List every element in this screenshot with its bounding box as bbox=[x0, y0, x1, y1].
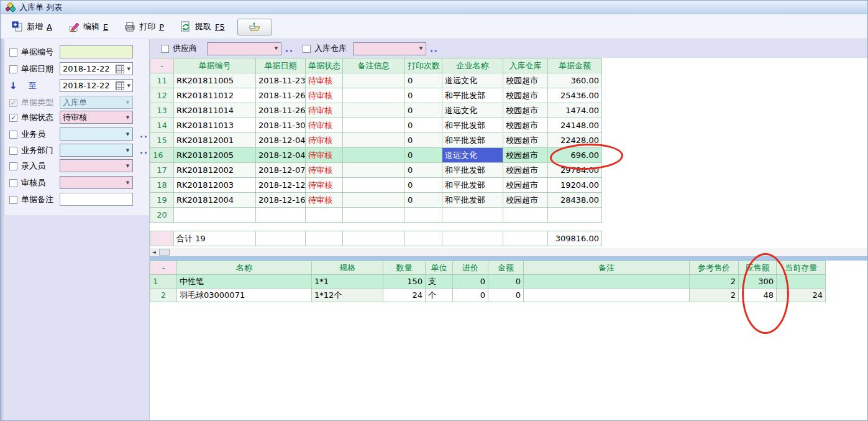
supplier-combo[interactable]: ▼ bbox=[207, 42, 281, 55]
column-header[interactable]: 单据金额 bbox=[548, 58, 602, 73]
doc-remark-checkbox[interactable] bbox=[9, 196, 17, 204]
column-header[interactable]: 单位 bbox=[426, 261, 453, 275]
table-cell[interactable]: 0 bbox=[405, 73, 442, 88]
table-cell[interactable] bbox=[777, 275, 826, 289]
table-cell[interactable]: RK201811005 bbox=[174, 73, 256, 88]
column-header[interactable]: 数量 bbox=[383, 261, 426, 275]
table-cell[interactable]: 校园超市 bbox=[503, 118, 548, 133]
table-cell[interactable]: 1*12个 bbox=[312, 289, 383, 302]
table-row[interactable]: 18RK2018120032018-12-12待审核0和平批发部校园超市1920… bbox=[150, 178, 602, 193]
row-number-cell[interactable]: 11 bbox=[150, 73, 174, 88]
table-cell[interactable]: 个 bbox=[426, 289, 453, 302]
table-cell[interactable]: 校园超市 bbox=[503, 148, 548, 163]
table-cell[interactable]: 和平批发部 bbox=[442, 88, 503, 103]
warehouse-combo[interactable]: ▼ bbox=[353, 42, 426, 55]
table-cell[interactable] bbox=[524, 275, 690, 289]
table-cell[interactable]: 696.00 bbox=[548, 148, 602, 163]
table-cell[interactable]: 道远文化 bbox=[442, 148, 503, 163]
column-header[interactable]: 入库仓库 bbox=[503, 58, 548, 73]
salesman-checkbox[interactable] bbox=[9, 131, 17, 139]
table-cell[interactable]: 和平批发部 bbox=[442, 193, 503, 208]
table-cell[interactable]: 道远文化 bbox=[442, 103, 503, 118]
column-header[interactable]: 备注 bbox=[524, 261, 690, 275]
column-header[interactable]: 打印次数 bbox=[405, 58, 442, 73]
table-cell[interactable] bbox=[343, 118, 405, 133]
table-cell[interactable]: 和平批发部 bbox=[442, 133, 503, 148]
dept-browse-button[interactable]: .. bbox=[140, 146, 148, 155]
table-row[interactable]: 19RK2018120042018-12-16待审核0和平批发部校园超市2843… bbox=[150, 193, 602, 208]
auditor-combo[interactable]: ▼ bbox=[60, 176, 133, 189]
row-number-cell[interactable]: 16 bbox=[150, 148, 174, 163]
salesman-browse-button[interactable]: .. bbox=[140, 130, 148, 139]
table-cell[interactable] bbox=[405, 208, 442, 223]
table-cell[interactable]: 校园超市 bbox=[503, 163, 548, 178]
row-number-cell[interactable]: 17 bbox=[150, 163, 174, 178]
scroll-thumb[interactable] bbox=[159, 249, 170, 256]
doc-status-combo[interactable]: 待审核 ▼ bbox=[60, 111, 133, 124]
table-cell[interactable] bbox=[343, 163, 405, 178]
column-header[interactable]: 备注信息 bbox=[343, 58, 405, 73]
chevron-down-icon[interactable]: ▼ bbox=[123, 115, 132, 120]
table-cell[interactable]: 24148.00 bbox=[548, 118, 602, 133]
table-cell[interactable]: 2018-11-26 bbox=[256, 88, 306, 103]
table-cell[interactable] bbox=[524, 289, 690, 302]
chevron-down-icon[interactable]: ▼ bbox=[126, 67, 132, 72]
table-cell[interactable] bbox=[442, 208, 503, 223]
date-from-control[interactable]: 2018-12-22 ▼ bbox=[60, 62, 133, 75]
table-cell[interactable]: 2018-12-12 bbox=[256, 178, 306, 193]
table-cell[interactable]: 校园超市 bbox=[503, 193, 548, 208]
column-header[interactable]: 名称 bbox=[177, 261, 312, 275]
table-cell[interactable]: 校园超市 bbox=[503, 178, 548, 193]
chevron-down-icon[interactable]: ▼ bbox=[123, 180, 132, 185]
table-cell[interactable]: 中性笔 bbox=[177, 275, 312, 289]
auditor-checkbox[interactable] bbox=[9, 179, 17, 187]
column-header[interactable]: 单据编号 bbox=[174, 58, 256, 73]
table-cell[interactable]: 2018-12-07 bbox=[256, 163, 306, 178]
table-row[interactable]: 12RK2018110122018-11-26待审核0和平批发部校园超市2543… bbox=[150, 88, 602, 103]
table-cell[interactable] bbox=[503, 208, 548, 223]
row-number-cell[interactable]: 2 bbox=[150, 289, 177, 302]
table-cell[interactable] bbox=[343, 73, 405, 88]
table-cell[interactable] bbox=[343, 193, 405, 208]
horizontal-scrollbar[interactable]: ◄ bbox=[150, 248, 868, 256]
table-cell[interactable] bbox=[256, 208, 306, 223]
warehouse-checkbox[interactable] bbox=[303, 45, 311, 53]
row-number-cell[interactable]: 13 bbox=[150, 103, 174, 118]
row-number-cell[interactable]: 12 bbox=[150, 88, 174, 103]
splitter-bar[interactable] bbox=[150, 256, 868, 261]
table-row[interactable]: 1中性笔1*1150支002300 bbox=[150, 275, 826, 289]
table-cell[interactable]: 22428.00 bbox=[548, 133, 602, 148]
table-cell[interactable]: 待审核 bbox=[306, 133, 343, 148]
table-cell[interactable]: 和平批发部 bbox=[442, 118, 503, 133]
table-row[interactable]: 17RK2018120022018-12-07待审核0和平批发部校园超市2978… bbox=[150, 163, 602, 178]
table-cell[interactable]: RK201812002 bbox=[174, 163, 256, 178]
table-cell[interactable]: 待审核 bbox=[306, 193, 343, 208]
table-cell[interactable]: 2018-12-04 bbox=[256, 133, 306, 148]
column-header[interactable]: 进价 bbox=[453, 261, 488, 275]
row-number-cell[interactable]: 15 bbox=[150, 133, 174, 148]
dept-checkbox[interactable] bbox=[9, 147, 17, 155]
table-cell[interactable] bbox=[306, 208, 343, 223]
column-header[interactable]: 单据日期 bbox=[256, 58, 306, 73]
table-cell[interactable]: 2 bbox=[690, 275, 739, 289]
chevron-down-icon[interactable]: ▼ bbox=[126, 83, 132, 88]
table-cell[interactable]: 待审核 bbox=[306, 178, 343, 193]
print-button[interactable]: 打印P bbox=[121, 19, 168, 34]
table-row[interactable]: 16RK2018120052018-12-04待审核0道远文化校园超市696.0… bbox=[150, 148, 602, 163]
table-cell[interactable]: 0 bbox=[405, 193, 442, 208]
table-cell[interactable]: 25436.00 bbox=[548, 88, 602, 103]
table-cell[interactable]: 2018-11-23 bbox=[256, 73, 306, 88]
table-cell[interactable]: 48 bbox=[739, 289, 777, 302]
table-cell[interactable]: 1*1 bbox=[312, 275, 383, 289]
table-cell[interactable]: 0 bbox=[405, 148, 442, 163]
table-cell[interactable]: RK201811012 bbox=[174, 88, 256, 103]
chevron-down-icon[interactable]: ▼ bbox=[123, 148, 132, 153]
column-header[interactable]: 应售额 bbox=[739, 261, 777, 275]
edit-button[interactable]: 编辑E bbox=[65, 19, 112, 34]
doc-no-checkbox[interactable] bbox=[9, 49, 17, 57]
table-cell[interactable] bbox=[343, 208, 405, 223]
column-header[interactable]: 金额 bbox=[488, 261, 524, 275]
table-cell[interactable]: 150 bbox=[383, 275, 426, 289]
table-cell[interactable]: RK201812005 bbox=[174, 148, 256, 163]
doc-remark-input[interactable] bbox=[60, 193, 133, 206]
